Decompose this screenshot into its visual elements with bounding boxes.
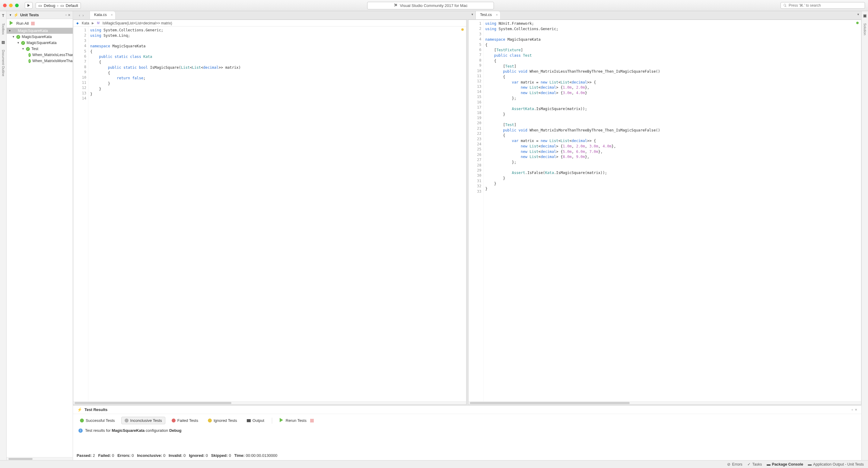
results-close-icon[interactable]: × xyxy=(855,407,857,412)
tabbar-row: ‹ › Kata.cs × ▼ Test.cs × ▼ xyxy=(73,11,861,20)
solution-icon[interactable]: ▣ xyxy=(863,13,867,18)
tree-scrollbar[interactable] xyxy=(7,457,73,460)
run-all-icon[interactable] xyxy=(10,21,14,26)
minimize-window-icon[interactable] xyxy=(9,4,13,7)
file-status-dot-icon xyxy=(856,22,859,24)
nav-arrows: ‹ › xyxy=(73,11,90,19)
results-title: Test Results xyxy=(85,407,107,412)
filter-ignored[interactable]: Ignored Tests xyxy=(205,417,241,424)
stop-icon[interactable] xyxy=(310,419,314,423)
statusbar: ⊘Errors ✓Tasks ▬Package Console ▬Applica… xyxy=(0,460,868,468)
tab-close-icon[interactable]: × xyxy=(111,13,113,16)
app-title-pill: Visual Studio Community 2017 for Mac xyxy=(367,2,494,9)
filter-inconclusive[interactable]: Inconclusive Tests xyxy=(121,417,165,424)
solution-tab[interactable]: Solution xyxy=(863,23,867,35)
file-status-dot-icon xyxy=(461,28,464,31)
run-icon xyxy=(280,418,284,423)
document-outline-tab[interactable]: Document Outline xyxy=(1,50,5,76)
tree-leaf[interactable]: When_MatrixIsLessThanThreeByThree_Then_I… xyxy=(7,52,73,58)
test-tree[interactable]: ▼ MagicSquareKata ▼ MagicSquareKata ▼ Ma… xyxy=(7,28,73,457)
nav-back-icon[interactable]: ‹ xyxy=(79,13,80,18)
results-dock-icon[interactable]: ▫ xyxy=(852,407,853,412)
crumb-class[interactable]: Kata xyxy=(82,21,89,25)
tree-label: Test xyxy=(31,47,38,51)
status-errors[interactable]: ⊘Errors xyxy=(727,462,743,467)
panel-close-icon[interactable]: × xyxy=(68,13,70,17)
main-area: T Toolbox ▤ Document Outline ▼ ⚡ Unit Te… xyxy=(0,11,868,460)
nav-forward-icon[interactable]: › xyxy=(83,13,84,18)
code-area-right[interactable]: 1234567891011121314151617181920212223242… xyxy=(469,20,861,401)
tree-label: MagicSquareKata xyxy=(22,35,52,39)
editor-scrollbar[interactable] xyxy=(469,401,861,404)
inconclusive-icon xyxy=(125,419,128,423)
tree-node[interactable]: ▼ Test xyxy=(7,46,73,52)
line-gutter: 1234567891011121314 xyxy=(73,27,88,401)
class-icon: ◆ xyxy=(76,22,79,25)
tree-root[interactable]: ▼ MagicSquareKata xyxy=(7,28,73,34)
run-button[interactable] xyxy=(25,2,33,9)
results-header: ⚡ Test Results ▫ × xyxy=(73,406,861,414)
tab-overflow-icon[interactable]: ▼ xyxy=(857,13,860,16)
tab-test[interactable]: Test.cs × xyxy=(476,11,500,19)
status-app-output[interactable]: ▬Application Output - Unit Tests xyxy=(808,462,864,467)
editor-kata: ◆ Kata ▶ M IsMagicSquare(List<List<decim… xyxy=(73,20,466,405)
titlebar: ▭ Debug › ▭ Default Visual Studio Commun… xyxy=(0,0,868,11)
success-icon xyxy=(80,419,84,423)
left-tool-strip: T Toolbox ▤ Document Outline xyxy=(0,11,7,460)
lightning-icon: ⚡ xyxy=(13,13,19,17)
run-config-selector[interactable]: ▭ Debug › ▭ Default xyxy=(36,2,81,9)
panel-collapse-icon[interactable]: ▼ xyxy=(9,13,12,16)
toolbox-tab[interactable]: Toolbox xyxy=(1,23,5,35)
editor-scrollbar[interactable] xyxy=(73,401,466,404)
toolbox-icon[interactable]: T xyxy=(2,13,4,18)
search-input[interactable] xyxy=(789,3,862,7)
close-window-icon[interactable] xyxy=(3,4,7,7)
panel-dock-icon[interactable]: ▫ xyxy=(65,13,67,17)
breadcrumb-separator: › xyxy=(57,3,58,8)
info-text: Test results for MagicSquareKata configu… xyxy=(85,428,181,433)
results-info: i Test results for MagicSquareKata confi… xyxy=(73,427,861,434)
tree-label: When_MatrixIsMoreThanThreeByThree_Then_I… xyxy=(32,59,73,63)
test-results-panel: ⚡ Test Results ▫ × Successful Tests Inco… xyxy=(73,405,861,460)
node-pass-icon xyxy=(28,53,31,57)
filter-successful[interactable]: Successful Tests xyxy=(76,417,118,424)
ignored-icon xyxy=(208,419,212,423)
tree-label: When_MatrixIsLessThanThreeByThree_Then_I… xyxy=(32,53,73,57)
status-tasks[interactable]: ✓Tasks xyxy=(747,462,762,467)
tab-label: Test.cs xyxy=(480,13,492,17)
tree-node[interactable]: ▼ MagicSquareKata xyxy=(7,34,73,40)
node-pass-icon xyxy=(26,47,30,51)
code-text[interactable]: using NUnit.Framework; using System.Coll… xyxy=(484,20,861,401)
filter-failed[interactable]: Failed Tests xyxy=(168,417,202,424)
run-all-label[interactable]: Run All xyxy=(16,21,29,26)
node-pass-icon xyxy=(21,41,25,45)
output-icon xyxy=(247,419,251,422)
tree-leaf[interactable]: When_MatrixIsMoreThanThreeByThree_Then_I… xyxy=(7,58,73,64)
tree-node[interactable]: ▼ MagicSquareKata xyxy=(7,40,73,46)
tab-overflow-icon[interactable]: ▼ xyxy=(471,13,474,16)
status-package-console[interactable]: ▬Package Console xyxy=(767,462,803,467)
method-icon: M xyxy=(97,22,100,25)
title-center: Visual Studio Community 2017 for Mac xyxy=(84,2,777,9)
stop-tests-icon[interactable] xyxy=(31,22,35,25)
unit-tests-panel: ▼ ⚡ Unit Tests ▫ × Run All ▼ MagicSquare… xyxy=(7,11,73,460)
right-tool-strip: ▣ Solution xyxy=(861,11,868,460)
code-text[interactable]: using System.Collections.Generic; using … xyxy=(88,27,466,401)
maximize-window-icon[interactable] xyxy=(15,4,19,7)
tree-label: MagicSquareKata xyxy=(27,41,56,45)
code-area-left[interactable]: 1234567891011121314 using System.Collect… xyxy=(73,27,466,401)
unit-tests-header: ▼ ⚡ Unit Tests ▫ × xyxy=(7,11,73,19)
breadcrumb-left[interactable]: ◆ Kata ▶ M IsMagicSquare(List<List<decim… xyxy=(73,20,466,27)
filter-output[interactable]: Output xyxy=(244,417,268,424)
node-status-icon xyxy=(13,29,16,33)
window-traffic-lights xyxy=(3,4,19,7)
crumb-method[interactable]: IsMagicSquare(List<List<decimal>> matrix… xyxy=(102,21,172,25)
target-icon: ▭ xyxy=(60,3,64,8)
crumb-sep-icon: ▶ xyxy=(92,22,94,25)
tab-close-icon[interactable]: × xyxy=(496,13,497,16)
tab-kata[interactable]: Kata.cs × xyxy=(90,11,116,19)
outline-icon[interactable]: ▤ xyxy=(1,40,5,44)
rerun-tests-button[interactable]: Rerun Tests xyxy=(276,416,317,425)
info-icon: i xyxy=(79,429,83,433)
global-search[interactable] xyxy=(780,2,865,9)
